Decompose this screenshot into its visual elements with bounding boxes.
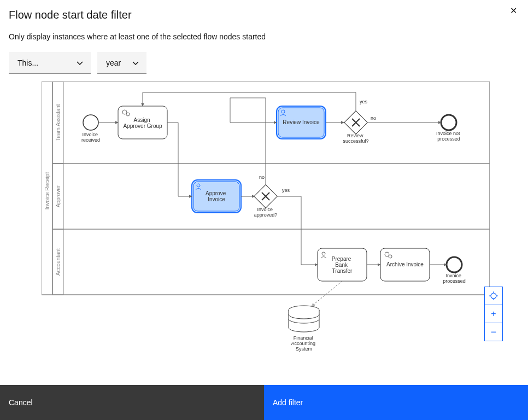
modal-body: Only display instances where at least on… bbox=[0, 26, 528, 385]
gateway-review-successful[interactable] bbox=[344, 111, 367, 134]
close-icon[interactable]: ✕ bbox=[510, 7, 517, 15]
task-approve-label: Approve Invoice bbox=[206, 190, 227, 202]
task-archive-label: Archive Invoice bbox=[386, 261, 424, 267]
minus-icon: − bbox=[491, 327, 497, 337]
chevron-down-icon bbox=[132, 59, 139, 67]
diagram-svg: Invoice Receipt Team Assistant Approver … bbox=[42, 81, 490, 366]
end-ok-label: Invoice processed bbox=[443, 273, 466, 284]
preset-dropdown[interactable]: This... bbox=[9, 52, 91, 74]
zoom-in-button[interactable]: + bbox=[484, 305, 503, 323]
date-controls: This... year bbox=[9, 52, 519, 74]
gateway-invoice-approved[interactable] bbox=[254, 185, 277, 208]
filter-modal: Flow node start date filter ✕ Only displ… bbox=[0, 0, 528, 420]
modal-footer: Cancel Add filter bbox=[0, 385, 528, 420]
flow bbox=[167, 122, 192, 196]
gateway-approved-label: Invoice approved? bbox=[254, 207, 278, 218]
center-view-button[interactable] bbox=[484, 287, 503, 305]
data-store-label: Financial Accounting System bbox=[291, 335, 316, 352]
gateway-review-label: Review successful? bbox=[343, 133, 368, 144]
plus-icon: + bbox=[491, 310, 496, 318]
data-store-financial-accounting[interactable] bbox=[289, 306, 319, 332]
task-review-label: Review Invoice bbox=[283, 119, 320, 125]
pool-label: Invoice Receipt bbox=[44, 172, 50, 210]
edge-label-no: no bbox=[259, 174, 265, 180]
zoom-out-button[interactable]: − bbox=[484, 323, 503, 341]
lane-label-approver: Approver bbox=[55, 185, 61, 207]
chevron-down-icon bbox=[77, 59, 83, 67]
modal-header: Flow node start date filter bbox=[0, 0, 528, 26]
lane-label-accountant: Accountant bbox=[55, 248, 61, 276]
svg-point-16 bbox=[491, 293, 496, 299]
preset-value: This... bbox=[17, 59, 38, 67]
end-not-label: Invoice not processed bbox=[436, 131, 461, 142]
modal-description: Only display instances where at least on… bbox=[9, 32, 519, 41]
end-event-processed[interactable] bbox=[447, 257, 462, 272]
diagram-controls: + − bbox=[484, 287, 503, 341]
unit-dropdown[interactable]: year bbox=[97, 52, 146, 74]
start-event[interactable] bbox=[83, 115, 98, 130]
modal-title: Flow node start date filter bbox=[9, 9, 519, 21]
unit-value: year bbox=[106, 59, 121, 67]
flow-approve-yes bbox=[277, 196, 318, 265]
message-flow bbox=[312, 281, 342, 306]
lane-label-team-assistant: Team Assistant bbox=[55, 104, 61, 141]
add-filter-button[interactable]: Add filter bbox=[264, 385, 528, 420]
cancel-button[interactable]: Cancel bbox=[0, 385, 264, 420]
crosshair-icon bbox=[489, 291, 498, 300]
start-event-label: Invoice received bbox=[81, 132, 100, 143]
bpmn-diagram[interactable]: Invoice Receipt Team Assistant Approver … bbox=[9, 76, 519, 385]
flow-approve-no bbox=[230, 98, 277, 185]
edge-label-review-no: no bbox=[371, 115, 376, 121]
edge-label-review-yes: yes bbox=[360, 99, 368, 104]
edge-label-yes: yes bbox=[282, 188, 290, 193]
end-event-not-processed[interactable] bbox=[441, 115, 456, 130]
